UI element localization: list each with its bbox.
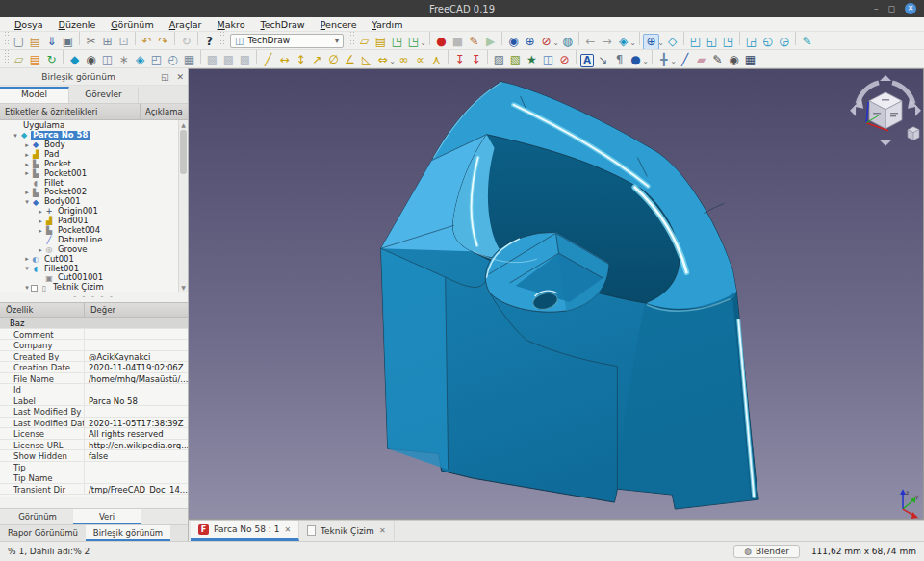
open-document-icon[interactable]: ▤ [27,34,43,50]
tab-report-view[interactable]: Rapor Görünümü [0,525,86,541]
td-export-svg-icon[interactable]: ◳ [389,34,405,50]
cut-icon[interactable]: ✂ [83,34,99,50]
close-tab-icon[interactable]: ✕ [379,526,386,535]
tree-expand-arrow[interactable]: ▸ [37,227,44,235]
redo-icon[interactable]: ↷ [155,34,171,50]
dim-link-icon[interactable]: ∞ [396,52,412,68]
dim-diameter-icon[interactable]: ∅ [325,52,342,68]
visibility-checkbox[interactable] [31,285,38,292]
tab-view[interactable]: Görünüm [4,509,71,524]
dropdown-caret-icon[interactable]: ⌄ [670,57,677,65]
toggle-frames-icon[interactable]: ⊘ [556,52,573,68]
insert-view-icon[interactable]: ◆ [66,52,83,68]
dim-angle-icon[interactable]: ∠ [342,52,358,68]
property-row[interactable]: Last Modified Date 2020-11-05T17:38:39Z [0,418,188,429]
spreadsheet-view-icon[interactable]: ▦ [181,52,197,68]
tree-item[interactable]: ▸ ◎ Groove [0,245,188,255]
nav-back-icon[interactable]: ← [582,34,599,50]
tab-combo-view[interactable]: Birleşik görünüm [86,525,170,541]
tree-expand-arrow[interactable]: ▾ [23,198,31,206]
draft-view-icon[interactable]: ∗ [116,52,132,68]
menu-item[interactable]: Makro [210,19,251,30]
view-left-icon[interactable]: ◶ [776,34,792,50]
minimize-button[interactable]: – [874,3,879,14]
tree-item[interactable]: ▸ ▙ Pocket001 [0,168,188,178]
tab-data[interactable]: Veri [73,509,141,524]
property-value[interactable] [85,318,188,328]
menu-item[interactable]: Yardım [366,19,410,30]
dropdown-caret-icon[interactable]: ⌄ [629,38,636,47]
tab-model[interactable]: Model [0,87,69,103]
menu-item[interactable]: Dosya [8,19,50,30]
dim-repair-icon[interactable]: ∝ [412,52,428,68]
property-row[interactable]: License All rights reserved [0,428,188,440]
property-row[interactable]: Comment [0,329,188,341]
dim-angle-3pt-icon[interactable]: ◺ [358,52,374,68]
property-value[interactable] [85,472,188,483]
property-value[interactable] [85,462,188,472]
tree-expand-arrow[interactable]: ▸ [23,141,31,149]
macro-stop-icon[interactable]: ■ [449,34,466,50]
dim-length-icon[interactable]: ╱ [260,52,276,68]
tree-expand-arrow[interactable]: ▸ [23,169,31,177]
view-bottom-icon[interactable]: ◵ [759,34,776,50]
insert-symbol-icon[interactable]: ★ [524,52,540,68]
view-top-icon[interactable]: ◱ [704,34,720,50]
tree-expand-arrow[interactable]: ▾ [12,132,19,140]
measure-icon[interactable]: ✎ [799,34,815,50]
dim-landmark-icon[interactable]: ⋏ [428,52,445,68]
export-page-svg-icon[interactable]: ↧ [451,52,468,68]
menu-item[interactable]: Düzenle [52,19,103,30]
property-row[interactable]: Last Modified By [0,406,188,418]
tree-item[interactable]: ▸ ▟ Pad [0,150,188,160]
property-value[interactable]: 2020-11-05T17:38:39Z [85,418,188,428]
macro-edit-icon[interactable]: ✎ [466,34,482,50]
td-page-default-icon[interactable]: ▱ [11,52,27,68]
close-tab-icon[interactable]: ✕ [284,525,291,534]
property-value[interactable]: http://en.wikipedia.org... [85,440,188,450]
float-panel-icon[interactable]: ◱ [157,72,173,82]
active-view-icon[interactable]: ◉ [83,52,99,68]
property-value[interactable] [85,340,188,350]
nav-forward-icon[interactable]: → [599,34,615,50]
insert-image-icon[interactable]: ◫ [540,52,556,68]
annotation-icon[interactable]: A [580,54,594,67]
property-value[interactable] [85,406,188,417]
property-row[interactable]: File Name /home/mhg/Masaüstü/... [0,373,188,385]
clip-group-icon[interactable]: ◰ [148,52,165,68]
tree-item[interactable]: ▸ ▙ Pocket002 [0,188,188,197]
dim-horizontal-icon[interactable]: ↔ [276,52,293,68]
tree-expand-arrow[interactable]: ▸ [37,217,44,225]
dim-radius-icon[interactable]: ↗ [309,52,325,68]
view-3d-icon[interactable]: ◈ [132,52,148,68]
dim-vertical-icon[interactable]: ↕ [293,52,309,68]
view-axonometric-icon[interactable]: ◇ [664,34,680,50]
property-row[interactable]: Creation Date 2020-11-04T19:02:06Z [0,362,188,373]
tree-item[interactable]: ▾ ▯ Teknik Çizim [0,283,188,292]
maximize-button[interactable]: ◻ [888,3,895,14]
dropdown-caret-icon[interactable]: ⌄ [389,57,396,65]
tree-item[interactable]: ▸ ▙ Pocket [0,160,188,169]
undo-icon[interactable]: ↶ [139,34,155,50]
view-right-icon[interactable]: ◳ [720,34,736,50]
document-tab-drawing[interactable]: Teknik Çizim ✕ [299,521,394,541]
close-panel-icon[interactable]: ✕ [172,72,188,82]
tree-expand-arrow[interactable]: ▾ [23,265,31,272]
print-icon[interactable]: ▣ [60,34,76,50]
leader-line-icon[interactable]: ↘ [595,52,611,68]
close-button[interactable]: ✕ [905,3,916,14]
td-insert-template-icon[interactable]: ▤ [372,34,389,50]
export-page-dxf-icon[interactable]: ↧ [468,52,484,68]
workbench-selector[interactable]: ◫ TechDraw ▾ [230,34,344,48]
combo-view-titlebar[interactable]: Birleşik görünüm ◱ ✕ [0,68,188,86]
view-front-icon[interactable]: ◰ [687,34,704,50]
tab-tasks[interactable]: Görevler [69,87,139,103]
projection-group-icon[interactable]: ◫ [99,52,116,68]
tree-expand-arrow[interactable]: ▸ [23,255,31,263]
tree-item[interactable]: ▾ ◆ Parca No 58 [0,131,188,140]
share-view-icon[interactable]: ▩ [220,52,237,68]
copy-icon[interactable]: ⊞ [99,34,116,50]
decorate-icon[interactable]: ✎ [709,52,726,68]
td-open-template-icon[interactable]: ▤ [27,52,43,68]
tree-item[interactable]: ╱ DatumLine [0,236,188,245]
